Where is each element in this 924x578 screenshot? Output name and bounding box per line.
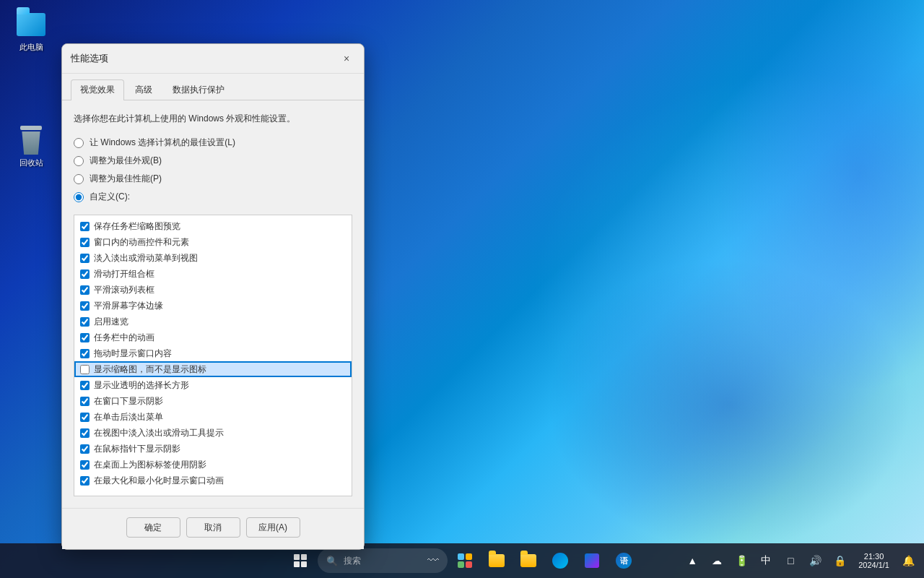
radio-auto-input[interactable] <box>74 138 84 148</box>
display-icon[interactable]: □ <box>780 551 801 571</box>
windows-logo-icon <box>294 554 307 567</box>
checkbox-cursor-shadow[interactable]: 在鼠标指针下显示阴影 <box>74 441 352 457</box>
checkbox-show-trans-rect[interactable]: 显示业透明的选择长方形 <box>74 377 352 393</box>
language-tray-icon[interactable]: 中 <box>756 551 776 571</box>
store-button[interactable] <box>578 546 606 575</box>
checkbox-taskbar-anim-label: 任务栏中的动画 <box>94 332 154 344</box>
svg-rect-1 <box>466 553 472 560</box>
radio-best-appearance-label: 调整为最佳外观(B) <box>90 155 162 167</box>
time-display[interactable]: 21:30 2024/1/1 <box>854 551 894 571</box>
checkbox-fade-tooltip[interactable]: 在视图中淡入淡出或滑动工具提示 <box>74 425 352 441</box>
dialog-tabs: 视觉效果 高级 数据执行保护 <box>62 74 364 100</box>
notification-icon[interactable]: 🔔 <box>898 551 918 571</box>
checkbox-show-thumbnails[interactable]: 显示缩略图，而不是显示图标 <box>74 361 352 377</box>
apply-button[interactable]: 应用(A) <box>246 517 300 538</box>
edge-icon <box>552 553 568 569</box>
checkbox-shadow-under[interactable]: 在窗口下显示阴影 <box>74 393 352 409</box>
checkbox-min-max-anim[interactable]: 在最大化和最小化时显示窗口动画 <box>74 473 352 488</box>
checkbox-save-taskbar-input[interactable] <box>80 222 90 231</box>
checkbox-fade-menus[interactable]: 淡入淡出或滑动菜单到视图 <box>74 250 352 266</box>
desktop: 此电脑 回收站 性能选项 × 视觉效果 高级 数据执行保护 选择你想在此计算机上… <box>0 0 924 578</box>
cloud-icon[interactable]: ☁ <box>707 551 727 571</box>
search-wave-icon: 〰 <box>427 554 439 567</box>
desktop-icon-pc[interactable]: 此电脑 <box>6 7 56 56</box>
checkbox-taskbar-anim-input[interactable] <box>80 333 90 342</box>
checkbox-shadow-under-input[interactable] <box>80 397 90 406</box>
checkbox-smooth-edges-label: 平滑屏幕字体边缘 <box>94 300 163 312</box>
dialog-description: 选择你想在此计算机上使用的 Windows 外观和性能设置。 <box>74 112 352 125</box>
checkbox-slide-open-input[interactable] <box>80 269 90 279</box>
taskbar-search[interactable]: 🔍 搜索 〰 <box>318 548 448 573</box>
date-text: 2024/1/1 <box>858 561 889 569</box>
checkbox-fade-tooltip-input[interactable] <box>80 428 90 438</box>
taskbar-center: 🔍 搜索 〰 <box>286 546 638 575</box>
performance-options-dialog: 性能选项 × 视觉效果 高级 数据执行保护 选择你想在此计算机上使用的 Wind… <box>61 43 365 550</box>
checkbox-fade-menus-input[interactable] <box>80 254 90 263</box>
svg-rect-3 <box>466 561 472 568</box>
widgets-button[interactable] <box>450 546 479 575</box>
checkbox-smooth-scroll-input[interactable] <box>80 285 90 295</box>
checkbox-show-window-content[interactable]: 拖动时显示窗口内容 <box>74 345 352 361</box>
checkbox-slide-open[interactable]: 滑动打开组合框 <box>74 266 352 282</box>
lang-app-button[interactable]: 语 <box>609 546 638 575</box>
checkbox-show-trans-rect-input[interactable] <box>80 381 90 390</box>
checkbox-icon-shadow-input[interactable] <box>80 460 90 470</box>
checkbox-quick-launch-label: 启用速览 <box>94 316 128 328</box>
checkbox-fade-menus2[interactable]: 在单击后淡出菜单 <box>74 409 352 425</box>
checkbox-show-window-content-input[interactable] <box>80 349 90 358</box>
dialog-titlebar: 性能选项 × <box>62 44 364 74</box>
checkbox-fade-menus2-input[interactable] <box>80 413 90 422</box>
checkbox-smooth-edges[interactable]: 平滑屏幕字体边缘 <box>74 298 352 314</box>
folder-icon <box>489 554 505 567</box>
checkbox-quick-launch-input[interactable] <box>80 317 90 327</box>
checkbox-quick-launch[interactable]: 启用速览 <box>74 314 352 329</box>
tab-visual[interactable]: 视觉效果 <box>71 79 124 100</box>
radio-best-appearance-input[interactable] <box>74 156 84 166</box>
checkbox-icon-shadow-label: 在桌面上为图标标签使用阴影 <box>94 459 206 471</box>
checkbox-smooth-edges-input[interactable] <box>80 301 90 311</box>
radio-custom[interactable]: 自定义(C): <box>74 191 352 203</box>
tab-advanced[interactable]: 高级 <box>126 79 162 100</box>
lock-icon[interactable]: 🔒 <box>829 551 850 571</box>
file-explorer-button[interactable] <box>482 546 511 575</box>
widgets-icon <box>457 553 473 569</box>
checkbox-fade-menus2-label: 在单击后淡出菜单 <box>94 411 163 423</box>
checkbox-taskbar-anim[interactable]: 任务栏中的动画 <box>74 329 352 345</box>
checkbox-slide-open-label: 滑动打开组合框 <box>94 268 154 280</box>
checkbox-animate-controls[interactable]: 窗口内的动画控件和元素 <box>74 234 352 250</box>
volume-icon[interactable]: 🔊 <box>805 551 825 571</box>
radio-best-appearance[interactable]: 调整为最佳外观(B) <box>74 155 352 167</box>
checkbox-icon-shadow[interactable]: 在桌面上为图标标签使用阴影 <box>74 457 352 473</box>
start-button[interactable] <box>286 546 315 575</box>
folder2-icon <box>520 554 536 567</box>
checkbox-cursor-shadow-label: 在鼠标指针下显示阴影 <box>94 443 180 455</box>
radio-custom-input[interactable] <box>74 192 84 202</box>
dialog-close-button[interactable]: × <box>338 50 355 67</box>
taskbar-right: ▲ ☁ 🔋 中 □ 🔊 🔒 21:30 2024/1/1 🔔 <box>682 551 918 571</box>
radio-custom-label: 自定义(C): <box>90 191 130 203</box>
radio-best-performance[interactable]: 调整为最佳性能(P) <box>74 173 352 185</box>
checkbox-show-thumbnails-input[interactable] <box>80 365 90 374</box>
search-placeholder: 搜索 <box>344 555 361 567</box>
checkbox-cursor-shadow-input[interactable] <box>80 444 90 454</box>
radio-auto[interactable]: 让 Windows 选择计算机的最佳设置(L) <box>74 137 352 149</box>
radio-best-performance-input[interactable] <box>74 174 84 184</box>
dialog-footer: 确定 取消 应用(A) <box>62 508 364 549</box>
checkbox-animate-controls-label: 窗口内的动画控件和元素 <box>94 236 189 249</box>
svg-rect-0 <box>458 553 464 560</box>
ok-button[interactable]: 确定 <box>126 517 180 538</box>
tab-dep[interactable]: 数据执行保护 <box>163 79 234 100</box>
checkbox-smooth-scroll[interactable]: 平滑滚动列表框 <box>74 282 352 298</box>
radio-group: 让 Windows 选择计算机的最佳设置(L) 调整为最佳外观(B) 调整为最佳… <box>74 137 352 203</box>
checkbox-save-taskbar[interactable]: 保存任务栏缩略图预览 <box>74 218 352 234</box>
radio-auto-label: 让 Windows 选择计算机的最佳设置(L) <box>90 137 235 149</box>
checkbox-min-max-anim-input[interactable] <box>80 476 90 486</box>
chevron-up-icon[interactable]: ▲ <box>682 551 702 571</box>
checkbox-animate-controls-input[interactable] <box>80 238 90 247</box>
battery-icon[interactable]: 🔋 <box>731 551 751 571</box>
edge-button[interactable] <box>546 546 575 575</box>
desktop-icon-recycle[interactable]: 回收站 <box>6 123 56 171</box>
file-explorer-button2[interactable] <box>514 546 543 575</box>
cancel-button[interactable]: 取消 <box>186 517 240 538</box>
dialog-body: 选择你想在此计算机上使用的 Windows 外观和性能设置。 让 Windows… <box>62 100 364 508</box>
